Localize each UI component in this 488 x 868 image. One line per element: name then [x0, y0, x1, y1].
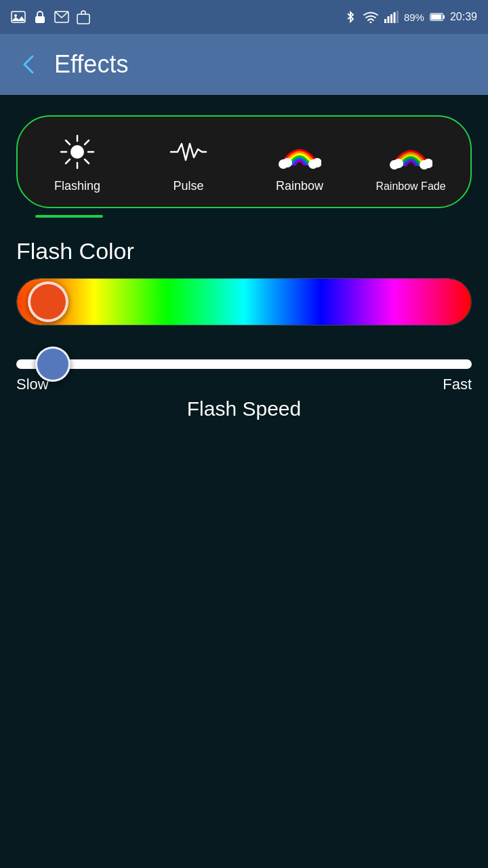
effect-rainbow-fade-label: Rainbow Fade: [375, 180, 445, 193]
flashing-icon: [56, 130, 99, 174]
flash-color-title: Flash Color: [16, 238, 472, 264]
main-content: Flashing Pulse: [0, 95, 488, 448]
effect-flashing[interactable]: Flashing: [23, 123, 131, 200]
photo-icon: [11, 9, 26, 24]
flash-speed-section: Slow Fast Flash Speed: [16, 359, 472, 420]
svg-line-22: [66, 159, 70, 163]
svg-rect-2: [35, 16, 45, 23]
page-title: Effects: [54, 50, 128, 79]
speed-labels: Slow Fast: [16, 376, 472, 393]
svg-point-5: [369, 22, 371, 24]
fast-label: Fast: [443, 376, 472, 393]
effect-rainbow-fade[interactable]: Rainbow Fade: [357, 124, 465, 199]
svg-rect-13: [431, 14, 441, 20]
svg-rect-7: [387, 16, 389, 23]
svg-rect-9: [393, 12, 395, 23]
effect-pulse-label: Pulse: [173, 179, 203, 193]
rainbow-icon: [278, 130, 321, 174]
status-icons-right: 89% 20:39: [343, 9, 477, 24]
battery-icon: [430, 9, 445, 24]
back-button[interactable]: [16, 52, 41, 77]
effect-rainbow[interactable]: Rainbow: [245, 123, 354, 200]
battery-percent: 89%: [404, 12, 424, 23]
effect-flashing-label: Flashing: [54, 179, 100, 193]
svg-rect-12: [443, 15, 445, 18]
svg-line-19: [66, 140, 70, 144]
bag-icon: [76, 9, 91, 24]
color-picker-slider[interactable]: [16, 278, 472, 326]
svg-point-1: [14, 14, 17, 17]
status-icons-left: [11, 9, 91, 24]
status-bar: 89% 20:39: [0, 0, 488, 34]
svg-rect-10: [396, 11, 399, 23]
bluetooth-icon: [343, 9, 358, 24]
svg-rect-6: [384, 19, 386, 23]
mail-icon: [54, 9, 69, 24]
svg-line-21: [85, 140, 89, 144]
flash-color-section: Flash Color: [16, 238, 472, 326]
svg-rect-8: [390, 14, 392, 23]
speed-thumb[interactable]: [35, 347, 70, 382]
speed-slider-track[interactable]: [16, 359, 472, 369]
svg-point-14: [70, 145, 84, 159]
effect-rainbow-label: Rainbow: [276, 179, 323, 193]
effects-selector: Flashing Pulse: [16, 115, 472, 208]
color-gradient: [17, 279, 471, 325]
rainbow-fade-icon: [389, 131, 432, 174]
time-display: 20:39: [450, 11, 477, 23]
svg-line-20: [85, 159, 89, 163]
app-header: Effects: [0, 34, 488, 95]
active-tab-indicator: [35, 215, 103, 218]
svg-rect-4: [77, 14, 89, 24]
svg-point-30: [394, 159, 403, 168]
wifi-icon: [363, 9, 378, 24]
effect-pulse[interactable]: Pulse: [134, 123, 243, 200]
lock-icon: [33, 9, 47, 24]
signal-icon: [384, 9, 399, 24]
flash-speed-title: Flash Speed: [16, 397, 472, 420]
color-thumb[interactable]: [28, 281, 68, 322]
pulse-icon: [167, 130, 210, 174]
svg-point-25: [283, 158, 292, 167]
